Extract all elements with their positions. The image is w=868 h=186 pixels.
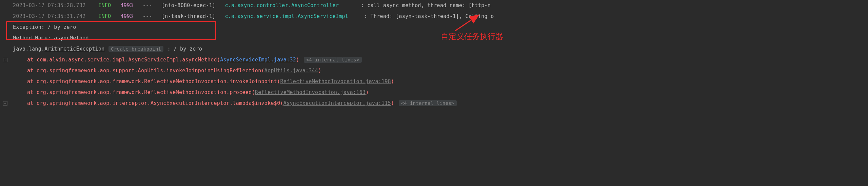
stack-location: at org.springframework.aop.framework.Ref…	[27, 89, 255, 95]
separator: ---	[143, 2, 152, 8]
internal-lines-badge[interactable]: <4 internal lines>	[399, 100, 457, 106]
close-paren: )	[391, 78, 394, 85]
log-entry: 2023-03-17 07:35:31.742 INFO 4993 --- [n…	[0, 11, 868, 22]
exception-prefix: java.lang.	[13, 46, 44, 52]
exception-message: : / by zero	[167, 46, 202, 52]
stack-frame: at org.springframework.aop.framework.Ref…	[0, 76, 868, 87]
internal-lines-badge[interactable]: <4 internal lines>	[304, 57, 362, 63]
close-paren: )	[391, 100, 394, 106]
process-id: 4993	[120, 13, 133, 19]
close-paren: )	[366, 89, 369, 95]
source-link[interactable]: AopUtils.java:344	[264, 68, 318, 74]
log-level: INFO	[98, 13, 111, 19]
thread-name: [n-task-thread-1]	[162, 13, 216, 19]
logger-name: c.a.async.controller.AsyncController	[225, 2, 339, 8]
stack-frame: + at org.springframework.aop.interceptor…	[0, 98, 868, 109]
stack-frame: at org.springframework.aop.support.AopUt…	[0, 65, 868, 76]
stack-location: at org.springframework.aop.interceptor.A…	[27, 100, 283, 106]
exception-class-link[interactable]: ArithmeticException	[44, 46, 104, 52]
stack-location: at com.alvin.async.service.impl.AsyncSer…	[27, 57, 220, 63]
stack-frame: at org.springframework.aop.framework.Ref…	[0, 87, 868, 98]
source-link[interactable]: AsyncExecutionInterceptor.java:115	[283, 100, 391, 106]
logger-name: c.a.async.service.impl.AsyncServiceImpl	[225, 13, 348, 19]
source-link[interactable]: AsyncServiceImpl.java:32	[220, 57, 296, 63]
stack-frame: + at com.alvin.async.service.impl.AsyncS…	[0, 54, 868, 65]
timestamp: 2023-03-17 07:35:28.732	[13, 2, 86, 8]
stack-location: at org.springframework.aop.framework.Ref…	[27, 78, 280, 85]
log-entry: 2023-03-17 07:35:28.732 INFO 4993 --- [n…	[0, 0, 868, 11]
separator: ---	[143, 13, 152, 19]
process-id: 4993	[120, 2, 133, 8]
close-paren: )	[318, 68, 321, 74]
log-message: : Thread: [asyn-task-thread-1], Calling …	[364, 13, 494, 19]
source-link[interactable]: ReflectiveMethodInvocation.java:198	[280, 78, 391, 85]
source-link[interactable]: ReflectiveMethodInvocation.java:163	[255, 89, 366, 95]
method-name-line: Method Name: asyncMethod	[0, 33, 868, 43]
close-paren: )	[296, 57, 299, 63]
timestamp: 2023-03-17 07:35:31.742	[13, 13, 86, 19]
stack-location: at org.springframework.aop.support.AopUt…	[27, 68, 264, 74]
thread-name: [nio-8080-exec-1]	[162, 2, 216, 8]
log-message: : call async method, thread name: [http-…	[361, 2, 491, 8]
method-name-text: Method Name: asyncMethod	[13, 35, 89, 41]
log-level: INFO	[98, 2, 111, 8]
exception-text: Exception: / by zero	[13, 24, 76, 30]
expand-icon[interactable]: +	[3, 101, 7, 106]
expand-icon[interactable]: +	[3, 57, 7, 62]
create-breakpoint-button[interactable]: Create breakpoint	[108, 46, 163, 52]
exception-class-line: java.lang.ArithmeticException Create bre…	[0, 43, 868, 54]
log-output-panel: 2023-03-17 07:35:28.732 INFO 4993 --- [n…	[0, 0, 868, 109]
exception-summary: Exception: / by zero	[0, 22, 868, 33]
